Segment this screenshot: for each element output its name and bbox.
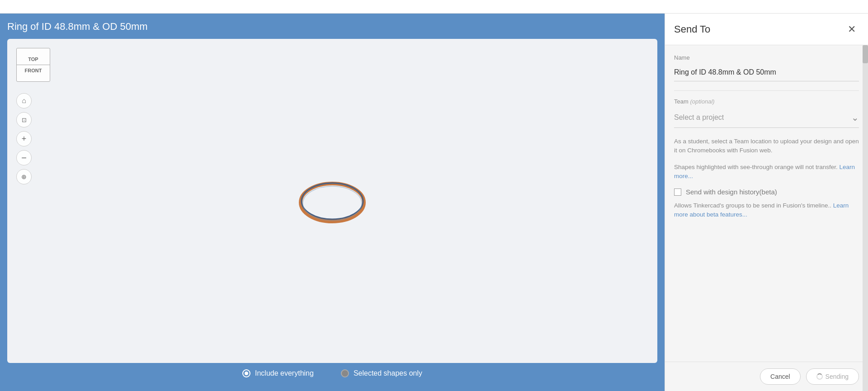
include-everything-option[interactable]: Include everything [242,369,314,377]
close-button[interactable]: ✕ [844,22,859,37]
send-to-header: Send To ✕ [665,14,868,45]
selected-shapes-radio[interactable] [341,369,349,377]
name-value: Ring of ID 48.8mm & OD 50mm [674,64,859,81]
orbit-icon: ⊕ [21,173,27,180]
radio-bar: Include everything Selected shapes only [7,363,657,384]
project-select[interactable]: Select a project ⌄ [674,108,859,128]
selected-shapes-option[interactable]: Selected shapes only [341,369,422,377]
fit-button[interactable]: ⊡ [16,112,32,127]
send-to-footer: Cancel Sending [665,362,868,391]
orbit-button[interactable]: ⊕ [16,169,32,184]
chevron-down-icon: ⌄ [851,112,859,123]
top-bar [0,0,868,14]
ring-svg [296,172,368,231]
viewport-controls: ⌂ ⊡ + − ⊕ [16,93,32,184]
home-icon: ⌂ [22,97,26,105]
include-everything-label: Include everything [255,369,314,377]
team-form-group: Team (optional) Select a project ⌄ [674,98,859,128]
info-text-orange: Shapes highlighted with see-through oran… [674,163,859,181]
include-everything-radio[interactable] [242,369,250,377]
viewport-canvas[interactable]: TOP FRONT ⌂ ⊡ + − ⊕ [7,39,657,363]
home-button[interactable]: ⌂ [16,93,32,108]
scrollbar-thumb[interactable] [863,45,868,63]
scrollbar[interactable] [863,45,868,391]
zoom-out-button[interactable]: − [16,150,32,165]
zoom-in-icon: + [22,134,27,144]
spinner-icon [816,373,823,380]
fit-icon: ⊡ [22,117,27,123]
project-select-value: Select a project [674,113,724,122]
team-label: Team (optional) [674,98,859,105]
design-history-checkbox[interactable] [674,188,681,196]
nav-cube[interactable]: TOP FRONT [16,48,52,84]
info-text-team: As a student, select a Team location to … [674,137,859,155]
selected-shapes-label: Selected shapes only [354,369,422,377]
name-form-group: Name Ring of ID 48.8mm & OD 50mm [674,54,859,81]
ring-shape [296,172,368,231]
viewport-panel: Ring of ID 48.8mm & OD 50mm TOP FRONT ⌂ … [0,14,665,391]
svg-point-2 [303,186,362,221]
send-to-title: Send To [674,24,710,35]
design-history-label: Send with design history(beta) [686,188,777,196]
name-label: Name [674,54,859,61]
main-container: Ring of ID 48.8mm & OD 50mm TOP FRONT ⌂ … [0,14,868,391]
cube-front-label: FRONT [17,65,50,76]
cancel-button[interactable]: Cancel [760,368,801,385]
design-history-checkbox-row[interactable]: Send with design history(beta) [674,188,859,196]
zoom-out-icon: − [21,153,27,163]
send-to-panel: Send To ✕ Name Ring of ID 48.8mm & OD 50… [665,14,868,391]
divider-1 [674,90,859,91]
beta-info-text: Allows Tinkercad's groups to be send in … [674,201,859,220]
cube-top-label: TOP [17,54,50,65]
zoom-in-button[interactable]: + [16,131,32,146]
viewport-title: Ring of ID 48.8mm & OD 50mm [7,21,657,33]
svg-point-1 [302,183,363,219]
send-to-content[interactable]: Name Ring of ID 48.8mm & OD 50mm Team (o… [665,45,868,362]
sending-button: Sending [806,368,859,385]
